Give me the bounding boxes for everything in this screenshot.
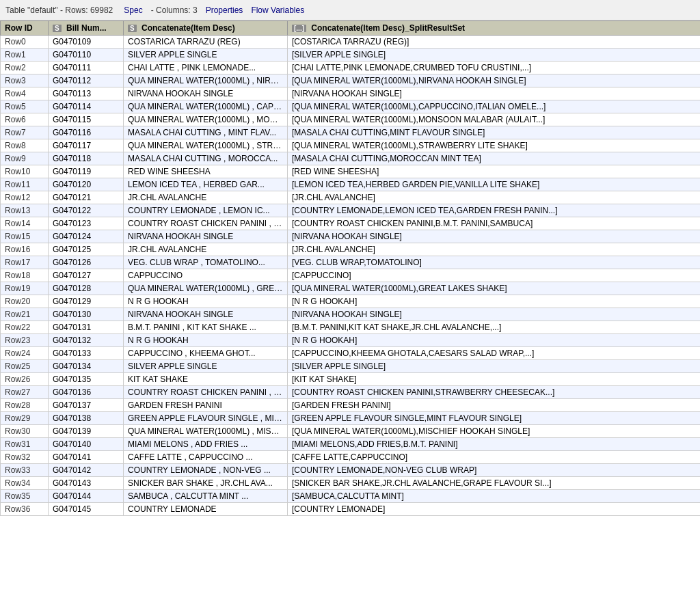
cell-row-id: Row24 [1,347,49,360]
cell-bill-num: G0470132 [49,334,124,347]
cell-concat: N R G HOOKAH [124,295,288,308]
table-row: Row34G0470143SNICKER BAR SHAKE , JR.CHL … [1,477,701,490]
cell-concat: QUA MINERAL WATER(1000ML) , CAPP... [124,100,288,113]
cell-split-result: [CHAI LATTE,PINK LEMONADE,CRUMBED TOFU C… [288,62,701,74]
table-row: Row11G0470120LEMON ICED TEA , HERBED GAR… [1,178,701,191]
cell-row-id: Row30 [1,425,49,438]
cell-concat: LEMON ICED TEA , HERBED GAR... [124,178,288,191]
col-header-split-result[interactable]: [...] Concatenate(Item Desc)_SplitResult… [288,21,701,36]
table-row: Row15G0470124NIRVANA HOOKAH SINGLE[NIRVA… [1,230,701,243]
cell-split-result: [RED WINE SHEESHA] [288,165,701,178]
cell-concat: MIAMI MELONS , ADD FRIES ... [124,438,288,451]
cell-concat: CAPPUCCINO , KHEEMA GHOT... [124,347,288,360]
cell-split-result: [GARDEN FRESH PANINI] [288,399,701,412]
cell-bill-num: G0470117 [49,139,124,152]
table-row: Row4G0470113NIRVANA HOOKAH SINGLE[NIRVAN… [1,87,701,100]
col-concat-badge: S [128,25,137,32]
cell-split-result: [NIRVANA HOOKAH SINGLE] [288,308,701,321]
cell-split-result: [KIT KAT SHAKE] [288,373,701,386]
cell-split-result: [JR.CHL AVALANCHE] [288,243,701,256]
cell-split-result: [SILVER APPLE SINGLE] [288,49,701,62]
cell-split-result: [CAPPUCCINO] [288,269,701,282]
cell-concat: JR.CHL AVALANCHE [124,243,288,256]
cell-bill-num: G0470125 [49,243,124,256]
cell-bill-num: G0470130 [49,308,124,321]
spec-link[interactable]: Spec [124,5,142,15]
cell-split-result: [NIRVANA HOOKAH SINGLE] [288,230,701,243]
col-header-concatenate[interactable]: S Concatenate(Item Desc) [124,21,288,36]
cell-row-id: Row35 [1,490,49,503]
cell-bill-num: G0470124 [49,230,124,243]
cell-concat: MASALA CHAI CUTTING , MINT FLAV... [124,126,288,139]
cell-split-result: [B.M.T. PANINI,KIT KAT SHAKE,JR.CHL AVAL… [288,321,701,334]
table-container: Row ID S Bill Num... S Concatenate(Item … [0,21,700,613]
table-row: Row8G0470117QUA MINERAL WATER(1000ML) , … [1,139,701,152]
table-row: Row33G0470142COUNTRY LEMONADE , NON-VEG … [1,464,701,477]
cell-concat: CAPPUCCINO [124,269,288,282]
table-row: Row29G0470138GREEN APPLE FLAVOUR SINGLE … [1,412,701,425]
cell-split-result: [SAMBUCA,CALCUTTA MINT] [288,490,701,503]
cell-row-id: Row32 [1,451,49,464]
cell-bill-num: G0470144 [49,490,124,503]
table-row: Row1G0470110SILVER APPLE SINGLE[SILVER A… [1,49,701,62]
cell-row-id: Row18 [1,269,49,282]
cell-split-result: [COUNTRY LEMONADE] [288,503,701,516]
cell-split-result: [N R G HOOKAH] [288,334,701,347]
cell-concat: JR.CHL AVALANCHE [124,191,288,204]
cell-row-id: Row7 [1,126,49,139]
cell-bill-num: G0470137 [49,399,124,412]
cell-split-result: [N R G HOOKAH] [288,295,701,308]
cell-split-result: [JR.CHL AVALANCHE] [288,191,701,204]
table-row: Row7G0470116MASALA CHAI CUTTING , MINT F… [1,126,701,139]
col-row-id-label: Row ID [5,23,33,33]
cell-concat: RED WINE SHEESHA [124,165,288,178]
cell-concat: QUA MINERAL WATER(1000ML) , STRA... [124,139,288,152]
cell-concat: QUA MINERAL WATER(1000ML) , NIRVA... [124,74,288,87]
cell-row-id: Row4 [1,87,49,100]
col-header-row-id[interactable]: Row ID [1,21,49,36]
flow-variables-link[interactable]: Flow Variables [251,5,304,15]
cell-row-id: Row0 [1,36,49,49]
cell-concat: COUNTRY ROAST CHICKEN PANINI , STR... [124,386,288,399]
cell-row-id: Row12 [1,191,49,204]
cell-concat: QUA MINERAL WATER(1000ML) , MONS... [124,113,288,126]
cell-concat: GREEN APPLE FLAVOUR SINGLE , MINT F... [124,412,288,425]
cell-split-result: [SNICKER BAR SHAKE,JR.CHL AVALANCHE,GRAP… [288,477,701,490]
cell-row-id: Row29 [1,412,49,425]
table-row: Row27G0470136COUNTRY ROAST CHICKEN PANIN… [1,386,701,399]
col-header-bill-num[interactable]: S Bill Num... [49,21,124,36]
cell-row-id: Row36 [1,503,49,516]
table-row: Row16G0470125JR.CHL AVALANCHE[JR.CHL AVA… [1,243,701,256]
cell-split-result: [QUA MINERAL WATER(1000ML),MONSOON MALAB… [288,113,701,126]
table-row: Row12G0470121JR.CHL AVALANCHE[JR.CHL AVA… [1,191,701,204]
cell-split-result: [COUNTRY ROAST CHICKEN PANINI,B.M.T. PAN… [288,217,701,230]
cell-concat: SILVER APPLE SINGLE [124,360,288,373]
cell-bill-num: G0470109 [49,36,124,49]
col-bill-num-badge: S [53,25,62,32]
cell-concat: COUNTRY LEMONADE , LEMON IC... [124,204,288,217]
cell-row-id: Row14 [1,217,49,230]
table-row: Row32G0470141CAFFE LATTE , CAPPUCCINO ..… [1,451,701,464]
cell-concat: QUA MINERAL WATER(1000ML) , GREA... [124,282,288,295]
table-row: Row17G0470126VEG. CLUB WRAP , TOMATOLINO… [1,256,701,269]
col-split-badge: [...] [292,25,306,32]
cell-split-result: [COSTARICA TARRAZU (REG)] [288,36,701,49]
cell-bill-num: G0470116 [49,126,124,139]
cell-split-result: [QUA MINERAL WATER(1000ML),CAPPUCCINO,IT… [288,100,701,113]
cell-bill-num: G0470119 [49,165,124,178]
cell-bill-num: G0470110 [49,49,124,62]
cell-row-id: Row17 [1,256,49,269]
cell-row-id: Row20 [1,295,49,308]
cell-concat: B.M.T. PANINI , KIT KAT SHAKE ... [124,321,288,334]
cell-concat: NIRVANA HOOKAH SINGLE [124,230,288,243]
cell-row-id: Row15 [1,230,49,243]
table-row: Row6G0470115QUA MINERAL WATER(1000ML) , … [1,113,701,126]
properties-link[interactable]: Properties [206,5,243,15]
cell-concat: COSTARICA TARRAZU (REG) [124,36,288,49]
table-row: Row2G0470111CHAI LATTE , PINK LEMONADE..… [1,62,701,74]
table-row: Row3G0470112QUA MINERAL WATER(1000ML) , … [1,74,701,87]
cell-bill-num: G0470140 [49,438,124,451]
cell-bill-num: G0470134 [49,360,124,373]
cell-bill-num: G0470123 [49,217,124,230]
table-row: Row25G0470134SILVER APPLE SINGLE[SILVER … [1,360,701,373]
